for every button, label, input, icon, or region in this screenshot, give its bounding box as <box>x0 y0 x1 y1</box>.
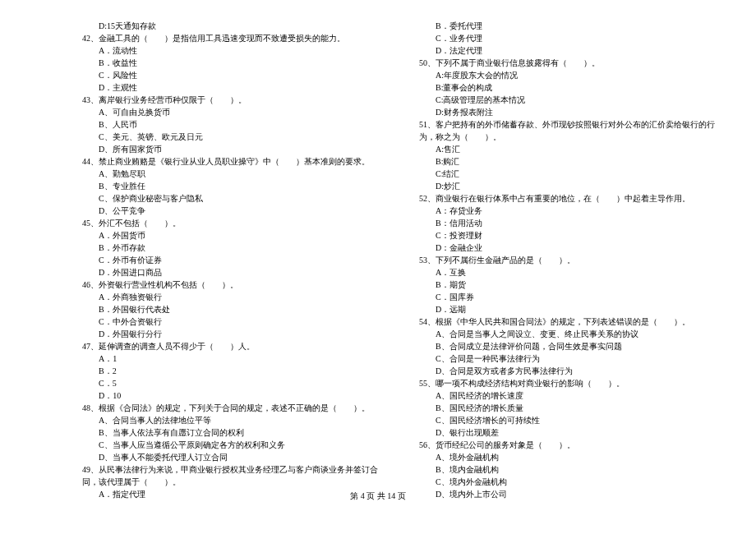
q48-opt-b: B、当事人依法享有自愿订立合同的权利 <box>82 426 386 439</box>
q52-opt-d: D：金融企业 <box>419 242 723 254</box>
q46-opt-d: D．外国银行分行 <box>82 328 386 340</box>
q53-opt-a: A．互换 <box>419 266 723 279</box>
q55-opt-c: C、国民经济增长的可持续性 <box>419 414 723 426</box>
q45-opt-b: B．外币存款 <box>82 242 386 254</box>
q50-opt-a: A:年度股东大会的情况 <box>419 69 723 81</box>
q49-stem: 49、从民事法律行为来说，甲商业银行授权其业务经理乙与客户商谈业务并签订合同，该… <box>82 463 386 488</box>
q46-stem: 46、外资银行营业性机构不包括（ ）。 <box>82 279 386 291</box>
q52-opt-c: C：投资理财 <box>419 229 723 242</box>
q51-stem: 51、客户把持有的外币储蓄存款、外币现钞按照银行对外公布的汇价卖给银行的行为，称… <box>419 118 723 143</box>
q56-stem: 56、货币经纪公司的服务对象是（ ）。 <box>419 439 723 451</box>
q53-opt-b: B．期货 <box>419 279 723 291</box>
q48-opt-d: D、当事人不能委托代理人订立合同 <box>82 451 386 463</box>
q43-opt-d: D、所有国家货币 <box>82 143 386 155</box>
q44-opt-d: D、公平竞争 <box>82 205 386 217</box>
q47-opt-d: D．10 <box>82 389 386 402</box>
q56-opt-c: C、境内外金融机构 <box>419 476 723 488</box>
q42-opt-b: B．收益性 <box>82 57 386 69</box>
q42-opt-d: D．主观性 <box>82 81 386 94</box>
q51-opt-b: B:购汇 <box>419 155 723 168</box>
q47-opt-c: C．5 <box>82 377 386 389</box>
q54-opt-d: D、合同是双方或者多方民事法律行为 <box>419 365 723 377</box>
q54-opt-b: B、合同成立是法律评价问题，合同生效是事实问题 <box>419 340 723 352</box>
q45-opt-a: A．外国货币 <box>82 229 386 242</box>
q47-opt-a: A．1 <box>82 352 386 365</box>
q52-opt-a: A：存贷业务 <box>419 205 723 217</box>
left-column: D:15天通知存款 42、金融工具的（ ）是指信用工具迅速变现而不致遭受损失的能… <box>82 20 403 485</box>
q50-opt-b: B:董事会的构成 <box>419 81 723 94</box>
q55-opt-b: B、国民经济的增长质量 <box>419 402 723 414</box>
q45-opt-c: C．外币有价证券 <box>82 254 386 266</box>
q56-opt-a: A、境外金融机构 <box>419 451 723 463</box>
q55-opt-d: D、银行出现顺差 <box>419 426 723 439</box>
q52-opt-b: B：信用活动 <box>419 217 723 229</box>
q44-opt-c: C、保护商业秘密与客户隐私 <box>82 192 386 205</box>
q44-opt-a: A、勤勉尽职 <box>82 168 386 180</box>
q45-stem: 45、外汇不包括（ ）。 <box>82 217 386 229</box>
q54-stem: 54、根据《中华人民共和国合同法》的规定，下列表述错误的是（ ）。 <box>419 315 723 328</box>
q47-stem: 47、延伸调查的调查人员不得少于（ ）人。 <box>82 340 386 352</box>
q51-opt-d: D:炒汇 <box>419 180 723 192</box>
q55-stem: 55、哪一项不构成经济结构对商业银行的影响（ ）。 <box>419 377 723 389</box>
q50-opt-c: C:高级管理层的基本情况 <box>419 94 723 106</box>
q45-opt-d: D．外国进口商品 <box>82 266 386 279</box>
q42-opt-a: A．流动性 <box>82 44 386 57</box>
q43-opt-b: B、人民币 <box>82 118 386 131</box>
q48-stem: 48、根据《合同法》的规定，下列关于合同的规定，表述不正确的是（ ）。 <box>82 402 386 414</box>
q47-opt-b: B．2 <box>82 365 386 377</box>
q43-opt-a: A、可自由兑换货币 <box>82 106 386 118</box>
right-column: B．委托代理 C．业务代理 D．法定代理 50、下列不属于商业银行信息披露得有（… <box>403 20 723 485</box>
q46-opt-c: C．中外合资银行 <box>82 315 386 328</box>
q49-opt-c: C．业务代理 <box>419 32 723 44</box>
q55-opt-a: A、国民经济的增长速度 <box>419 389 723 402</box>
q50-stem: 50、下列不属于商业银行信息披露得有（ ）。 <box>419 57 723 69</box>
q44-opt-b: B、专业胜任 <box>82 180 386 192</box>
q42-stem: 42、金融工具的（ ）是指信用工具迅速变现而不致遭受损失的能力。 <box>82 32 386 44</box>
q42-opt-c: C．风险性 <box>82 69 386 81</box>
exam-page: D:15天通知存款 42、金融工具的（ ）是指信用工具迅速变现而不致遭受损失的能… <box>0 0 756 485</box>
q51-opt-a: A:售汇 <box>419 143 723 155</box>
q48-opt-c: C、当事人应当遵循公平原则确定各方的权利和义务 <box>82 439 386 451</box>
q43-stem: 43、离岸银行业务经营币种仅限于（ ）。 <box>82 94 386 106</box>
q49-opt-b: B．委托代理 <box>419 20 723 32</box>
q53-opt-d: D．远期 <box>419 303 723 315</box>
q56-opt-b: B、境内金融机构 <box>419 463 723 476</box>
q54-opt-a: A、合同是当事人之间设立、变更、终止民事关系的协议 <box>419 328 723 340</box>
q49-opt-a: A．指定代理 <box>82 488 386 500</box>
q51-opt-c: C:结汇 <box>419 168 723 180</box>
q44-stem: 44、禁止商业贿赂是《银行业从业人员职业操守》中（ ）基本准则的要求。 <box>82 155 386 168</box>
q46-opt-a: A．外商独资银行 <box>82 291 386 303</box>
q41-opt-d: D:15天通知存款 <box>82 20 386 32</box>
q50-opt-d: D:财务报表附注 <box>419 106 723 118</box>
q49-opt-d: D．法定代理 <box>419 44 723 57</box>
q43-opt-c: C、美元、英镑、欧元及日元 <box>82 131 386 143</box>
q46-opt-b: B．外国银行代表处 <box>82 303 386 315</box>
q53-opt-c: C．国库券 <box>419 291 723 303</box>
q54-opt-c: C、合同是一种民事法律行为 <box>419 352 723 365</box>
q53-stem: 53、下列不属衍生金融产品的是（ ）。 <box>419 254 723 266</box>
q56-opt-d: D、境内外上市公司 <box>419 488 723 500</box>
q48-opt-a: A、合同当事人的法律地位平等 <box>82 414 386 426</box>
q52-stem: 52、商业银行在银行体系中占有重要的地位，在（ ）中起着主导作用。 <box>419 192 723 205</box>
